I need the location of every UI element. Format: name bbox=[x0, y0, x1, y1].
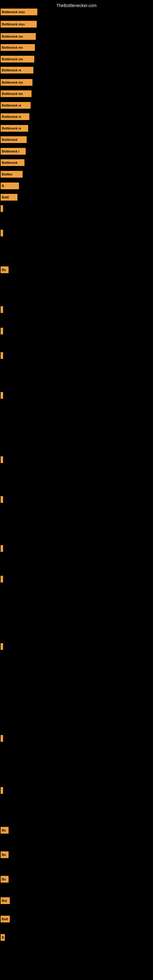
bar-item: Bottleneck res bbox=[1, 56, 34, 62]
bar-item: B bbox=[1, 934, 5, 941]
bar-item bbox=[1, 352, 3, 359]
bar-item: Bottlen bbox=[1, 171, 22, 178]
bar-item: B bbox=[1, 183, 19, 189]
bar-item: Bo bbox=[1, 851, 9, 858]
bar-item: Bo bbox=[1, 266, 9, 273]
bar-item: Bott bbox=[1, 916, 10, 923]
bar-item: Bottleneck re bbox=[1, 113, 29, 120]
bar-item: Bottleneck bbox=[1, 159, 24, 166]
bar-item bbox=[1, 392, 3, 399]
bar-item: Bottleneck res bbox=[1, 33, 36, 40]
bar-item bbox=[1, 496, 3, 503]
bar-item bbox=[1, 205, 3, 212]
bar-item bbox=[1, 576, 3, 582]
bar-item bbox=[1, 306, 3, 313]
bar-item bbox=[1, 735, 3, 742]
bar-item bbox=[1, 230, 3, 236]
bar-item: Bottleneck re bbox=[1, 67, 33, 73]
bar-item: Bottleneck resu bbox=[1, 9, 37, 15]
bar-item bbox=[1, 545, 3, 552]
bar-item: Bot bbox=[1, 897, 10, 904]
bar-item: Bottl bbox=[1, 194, 18, 200]
bar-item: Bottleneck re bbox=[1, 125, 28, 132]
bar-item bbox=[1, 456, 3, 463]
bar-item: Bottleneck res bbox=[1, 44, 35, 51]
bar-item: Bottleneck res bbox=[1, 90, 32, 97]
bar-item bbox=[1, 787, 3, 794]
bar-item: Bo bbox=[1, 827, 9, 834]
bar-item: Bottleneck bbox=[1, 136, 27, 143]
bar-item: Bottleneck resu bbox=[1, 21, 37, 27]
bar-item: Bottleneck r bbox=[1, 148, 26, 155]
bar-item: Bottleneck res bbox=[1, 79, 32, 86]
bar-item: Bo bbox=[1, 876, 9, 883]
bar-item: Bottleneck re bbox=[1, 102, 30, 109]
bar-item bbox=[1, 328, 3, 334]
bar-item bbox=[1, 643, 3, 650]
